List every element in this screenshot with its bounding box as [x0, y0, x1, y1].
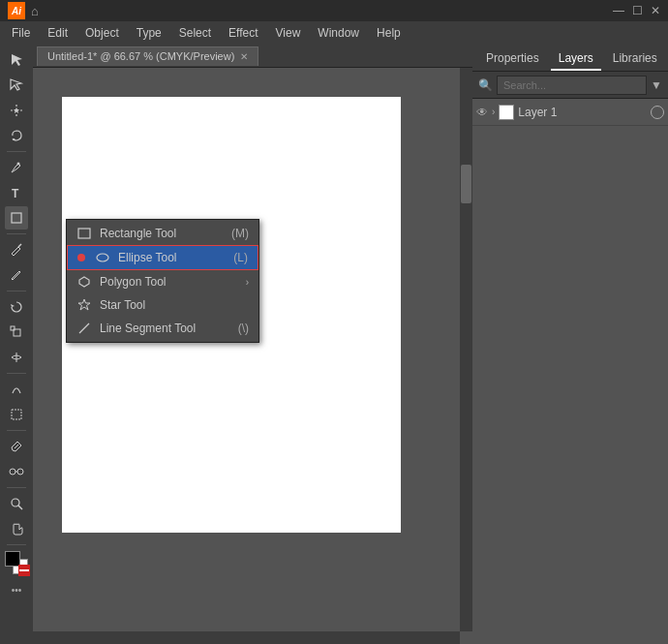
selection-tool[interactable] — [5, 48, 28, 72]
menu-edit[interactable]: Edit — [40, 24, 76, 42]
svg-line-25 — [79, 323, 89, 333]
menu-select[interactable]: Select — [171, 24, 219, 42]
window-controls: — ☐ ✕ — [613, 4, 660, 17]
minimize-button[interactable]: — — [613, 4, 624, 17]
rectangle-icon — [76, 226, 92, 241]
line-icon — [76, 321, 92, 336]
more-tools-button[interactable]: ••• — [5, 578, 28, 601]
polygon-tool-label: Polygon Tool — [100, 275, 167, 289]
panel-search-bar: 🔍 ▼ — [472, 72, 668, 99]
close-button[interactable]: ✕ — [651, 4, 660, 17]
star-icon — [76, 297, 92, 313]
line-shortcut: (\) — [238, 322, 249, 335]
home-icon[interactable]: ⌂ — [31, 4, 39, 18]
tab-properties[interactable]: Properties — [478, 47, 547, 71]
svg-rect-12 — [12, 410, 21, 419]
horizontal-scrollbar[interactable] — [33, 631, 460, 644]
svg-rect-7 — [12, 213, 21, 223]
document-tab[interactable]: Untitled-1* @ 66.67 % (CMYK/Preview) ✕ — [37, 46, 258, 66]
visibility-eye[interactable]: 👁 — [476, 106, 488, 119]
layer-item[interactable]: 👁 › Layer 1 — [472, 99, 668, 126]
canvas-area: Untitled-1* @ 66.67 % (CMYK/Preview) ✕ R… — [33, 45, 472, 644]
line-segment-tool-label: Line Segment Tool — [100, 322, 196, 335]
svg-point-22 — [97, 254, 108, 261]
vertical-scroll-thumb[interactable] — [461, 165, 471, 203]
tab-label: Untitled-1* @ 66.67 % (CMYK/Preview) — [47, 50, 234, 62]
magic-wand-tool[interactable] — [5, 99, 28, 122]
maximize-button[interactable]: ☐ — [632, 4, 643, 17]
tab-libraries[interactable]: Libraries — [605, 47, 665, 71]
tab-layers[interactable]: Layers — [551, 47, 601, 71]
separator — [7, 291, 26, 291]
svg-marker-4 — [14, 107, 19, 113]
layer-target[interactable] — [651, 106, 664, 119]
expand-arrow[interactable]: › — [492, 107, 495, 117]
star-tool-item[interactable]: Star Tool — [67, 293, 258, 317]
svg-line-18 — [18, 506, 22, 509]
svg-marker-23 — [79, 277, 89, 287]
hand-tool[interactable] — [5, 517, 28, 540]
tab-close-button[interactable]: ✕ — [240, 51, 248, 62]
separator — [7, 487, 26, 488]
rectangle-tool-item[interactable]: Rectangle Tool (M) — [67, 222, 258, 245]
filter-icon[interactable]: ▼ — [651, 78, 662, 92]
svg-point-14 — [10, 469, 15, 475]
panel-tabs: Properties Layers Libraries ≡ — [472, 45, 668, 72]
ellipse-tool-label: Ellipse Tool — [118, 251, 176, 264]
paintbrush-tool[interactable] — [5, 238, 28, 261]
vertical-scrollbar[interactable] — [460, 68, 472, 631]
separator — [7, 430, 26, 431]
free-transform-tool[interactable] — [5, 403, 28, 426]
separator — [7, 373, 26, 374]
rotate-tool[interactable] — [5, 295, 28, 319]
layer-thumbnail — [499, 105, 514, 120]
right-panel: Properties Layers Libraries ≡ 🔍 ▼ 👁 › La… — [472, 45, 668, 644]
menu-file[interactable]: File — [4, 24, 38, 42]
flyout-menu: Rectangle Tool (M) Ellipse Tool (L) Poly… — [66, 219, 259, 343]
blend-tool[interactable] — [5, 460, 28, 483]
svg-point-5 — [17, 163, 20, 166]
warp-tool[interactable] — [5, 378, 28, 401]
title-bar: Ai ⌂ — ☐ ✕ — [0, 0, 668, 21]
color-indicators[interactable] — [5, 551, 28, 574]
star-tool-label: Star Tool — [100, 298, 145, 312]
eyedropper-tool[interactable] — [5, 435, 28, 458]
svg-line-8 — [18, 244, 21, 247]
ellipse-tool-item[interactable]: Ellipse Tool (L) — [67, 245, 258, 270]
scale-tool[interactable] — [5, 321, 28, 344]
menu-window[interactable]: Window — [310, 24, 367, 42]
type-tool[interactable]: T — [5, 181, 28, 204]
submenu-arrow: › — [246, 277, 249, 288]
direct-selection-tool[interactable] — [5, 74, 28, 97]
menu-view[interactable]: View — [268, 24, 309, 42]
ellipse-icon — [95, 250, 110, 265]
search-input[interactable] — [497, 76, 647, 95]
layers-list: 👁 › Layer 1 — [472, 99, 668, 644]
line-segment-tool-item[interactable]: Line Segment Tool (\) — [67, 317, 258, 340]
zoom-tool[interactable] — [5, 492, 28, 515]
polygon-tool-item[interactable]: Polygon Tool › — [67, 270, 258, 293]
pen-tool[interactable] — [5, 156, 28, 179]
separator — [7, 151, 26, 152]
svg-rect-21 — [78, 229, 90, 238]
rectangle-tool-label: Rectangle Tool — [100, 227, 176, 240]
menu-object[interactable]: Object — [77, 24, 127, 42]
svg-marker-24 — [78, 299, 90, 310]
svg-point-15 — [17, 469, 23, 475]
rectangle-shortcut: (M) — [231, 227, 249, 240]
left-toolbar: T — [0, 45, 33, 644]
lasso-tool[interactable] — [5, 124, 28, 147]
ellipse-shortcut: (L) — [233, 251, 248, 264]
width-tool[interactable] — [5, 346, 28, 369]
menu-help[interactable]: Help — [369, 24, 409, 42]
menu-bar: File Edit Object Type Select Effect View… — [0, 21, 668, 45]
pencil-tool[interactable] — [5, 263, 28, 287]
svg-point-17 — [12, 499, 19, 506]
shape-tool[interactable] — [5, 206, 28, 230]
menu-type[interactable]: Type — [129, 24, 169, 42]
layer-name: Layer 1 — [518, 106, 647, 119]
ai-logo: Ai — [8, 2, 25, 19]
tab-bar: Untitled-1* @ 66.67 % (CMYK/Preview) ✕ — [33, 45, 472, 68]
search-icon: 🔍 — [478, 78, 493, 92]
menu-effect[interactable]: Effect — [221, 24, 265, 42]
